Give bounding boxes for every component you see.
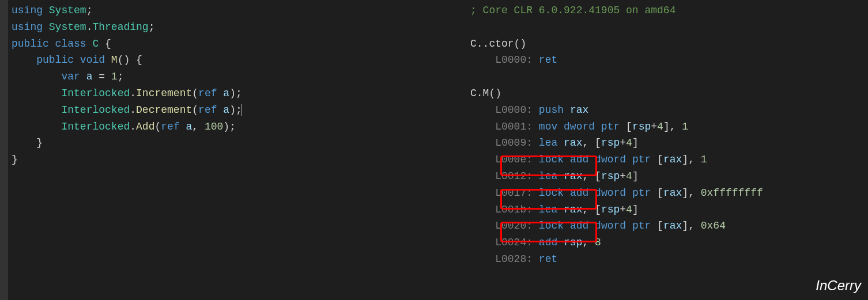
source-code-panel[interactable]: using System;using System.Threading;publ… <box>0 0 467 300</box>
code-token: L0009: <box>495 137 533 149</box>
code-token: System <box>49 21 86 33</box>
source-line[interactable]: public class C { <box>12 36 463 52</box>
code-token <box>564 187 570 199</box>
code-token <box>470 170 495 182</box>
code-token: L001b: <box>495 204 533 215</box>
source-line[interactable]: public void M() { <box>12 52 463 69</box>
code-token <box>564 104 570 116</box>
code-token: ret <box>539 54 557 66</box>
code-token <box>533 237 539 248</box>
code-token <box>533 253 539 265</box>
code-token: a <box>223 88 229 99</box>
source-line[interactable]: var a = 1; <box>12 69 463 85</box>
source-line[interactable]: using System.Threading; <box>12 19 463 36</box>
disasm-line[interactable]: L0012: lea rax, [rsp+4] <box>470 168 865 185</box>
disasm-line[interactable]: L0017: lock add dword ptr [rax], 0xfffff… <box>470 185 865 202</box>
code-token <box>470 104 495 116</box>
code-token: 100 <box>205 121 223 132</box>
code-token <box>12 54 36 66</box>
code-token: a <box>186 121 193 132</box>
disasm-line[interactable]: L000e: lock add dword ptr [rax], 1 <box>470 151 865 168</box>
code-token <box>470 137 495 149</box>
code-token: ( <box>192 88 198 99</box>
disasm-line[interactable]: L0000: ret <box>470 52 865 69</box>
code-token <box>533 154 539 165</box>
code-token: ( <box>192 104 198 116</box>
code-token <box>557 121 564 132</box>
code-token: ], <box>682 220 700 231</box>
code-token: + <box>620 170 626 182</box>
disasm-line[interactable]: C.M() <box>470 85 865 102</box>
code-token: , [ <box>582 170 601 182</box>
source-line[interactable]: Interlocked.Decrement(ref a); <box>12 102 463 119</box>
code-token: ] <box>632 204 639 215</box>
source-line[interactable]: Interlocked.Increment(ref a); <box>12 85 463 102</box>
disasm-line[interactable]: L0028: ret <box>470 251 865 268</box>
code-token: { <box>99 38 111 50</box>
disasm-line[interactable]: C..ctor() <box>470 36 865 52</box>
code-token <box>12 71 61 82</box>
disasm-line[interactable]: L0020: lock add dword ptr [rax], 0x64 <box>470 218 865 234</box>
code-token: L0020: <box>495 220 533 231</box>
disasm-line[interactable]: L0009: lea rax, [rsp+4] <box>470 135 865 151</box>
code-token: ], <box>682 187 700 199</box>
code-token: dword ptr <box>564 121 620 132</box>
disassembly-content: ; Core CLR 6.0.922.41905 on amd64 C..cto… <box>470 2 865 268</box>
code-token: lea <box>539 137 557 149</box>
source-line[interactable]: Interlocked.Add(ref a, 100); <box>12 119 463 135</box>
code-token <box>533 121 539 132</box>
code-token <box>588 154 595 165</box>
code-token: using <box>12 21 49 33</box>
disasm-line[interactable]: ; Core CLR 6.0.922.41905 on amd64 <box>470 2 865 19</box>
code-token: L0001: <box>495 121 533 132</box>
code-token: = <box>92 71 111 82</box>
disasm-line[interactable] <box>470 19 865 36</box>
code-token <box>180 121 186 132</box>
code-token: Increment <box>136 88 192 99</box>
code-token <box>557 204 564 215</box>
code-token: ], <box>663 121 682 132</box>
code-token: ); <box>229 88 242 99</box>
code-token: add <box>539 237 557 248</box>
code-token <box>470 204 495 215</box>
code-token: add <box>570 187 588 199</box>
code-token: rsp <box>564 237 582 248</box>
code-token: push <box>539 104 564 116</box>
code-token: , [ <box>582 137 601 149</box>
code-token: dword ptr <box>595 220 651 231</box>
code-token: ref <box>198 88 217 99</box>
code-token <box>470 237 495 248</box>
code-token <box>533 170 539 182</box>
code-token <box>533 220 539 231</box>
code-token: ref <box>198 104 217 116</box>
code-token: Add <box>136 121 154 132</box>
code-token: + <box>651 121 657 132</box>
code-token: Interlocked <box>61 88 130 99</box>
code-token: ret <box>539 253 557 265</box>
disasm-line[interactable] <box>470 69 865 85</box>
code-token: . <box>86 21 93 33</box>
code-token: rsp <box>601 137 620 149</box>
code-token: L0024: <box>495 237 533 248</box>
code-token: 4 <box>626 137 632 149</box>
code-token <box>12 104 61 116</box>
code-token <box>533 187 539 199</box>
code-token: 1 <box>682 121 688 132</box>
code-token: rax <box>663 220 682 231</box>
code-token: ); <box>223 121 236 132</box>
disasm-line[interactable]: L0000: push rax <box>470 102 865 119</box>
source-line[interactable]: } <box>12 135 463 151</box>
source-line[interactable]: using System; <box>12 2 463 19</box>
code-token <box>588 220 595 231</box>
code-token: ] <box>632 170 639 182</box>
editor-container: using System;using System.Threading;publ… <box>0 0 868 300</box>
code-token: rax <box>663 154 682 165</box>
disasm-line[interactable]: L001b: lea rax, [rsp+4] <box>470 202 865 218</box>
code-token: rsp <box>601 170 620 182</box>
disassembly-panel[interactable]: ; Core CLR 6.0.922.41905 on amd64 C..cto… <box>467 0 868 300</box>
code-token: L0000: <box>495 54 533 66</box>
disasm-line[interactable]: L0001: mov dword ptr [rsp+4], 1 <box>470 119 865 135</box>
code-token: a <box>223 104 229 116</box>
disasm-line[interactable]: L0024: add rsp, 8 <box>470 234 865 251</box>
source-line[interactable]: } <box>12 151 463 168</box>
